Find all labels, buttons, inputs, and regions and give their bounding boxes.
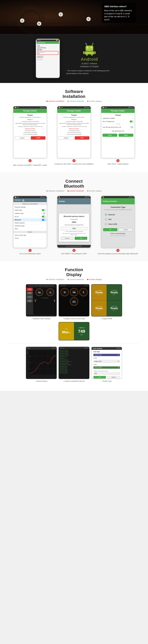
app-name-3: Torque: [103, 114, 133, 116]
gauges-grid: °C 75 Revs 755 mph 0 Bar 213: [59, 287, 89, 307]
gauge-2: Revs 755: [70, 288, 78, 296]
ss-buttons-2: Cancel Next: [59, 136, 89, 140]
conn-ok-btn[interactable]: OK: [103, 228, 117, 231]
bluetooth-option-label: Bluetooth: [108, 214, 115, 216]
run-background-toggle[interactable]: [130, 120, 133, 122]
toggle-2[interactable]: [130, 126, 133, 128]
function-screenshots-top: TORQUE Engine Management Diagnostics and…: [9, 284, 139, 320]
function-row-2: 力力 Max.- 引擎RPM 749 rpm: [9, 322, 139, 340]
airplane-toggle[interactable]: [42, 212, 45, 214]
bt-dialog-status: 📶 59% 9:00: [57, 196, 91, 198]
mobile-networks-item[interactable]: Mobile networks: [13, 222, 47, 224]
done-btn-3[interactable]: Done: [103, 134, 117, 137]
this-app-text: This app: [103, 123, 133, 124]
conn-type-content: Connection Type Choose the connection Bl…: [101, 204, 135, 238]
cancel-btn-1[interactable]: Cancel: [15, 136, 30, 140]
chart-type-select-row[interactable]: Scatter Chart ▼: [92, 353, 121, 357]
bt-ss-body-1: WIRELESS & NETWORKS Roaming Settings Mob…: [13, 202, 47, 244]
android-info-panel: Android ELM327 software Installation & D…: [66, 42, 113, 75]
chart-cancel-btn[interactable]: Cancel: [107, 376, 120, 378]
roaming-item[interactable]: Roaming Settings: [13, 206, 47, 208]
status-brand: HUAWEI: [37, 40, 41, 41]
android-section: HUAWEI 📶 🔋 About phone RAM 1 GB Phone st…: [0, 34, 148, 83]
fn-step-dot-inactive-2: [67, 279, 69, 280]
interval-value[interactable]: 1000: [93, 372, 120, 375]
fault-codes-btn[interactable]: Fault Codes: [27, 288, 33, 291]
test-btn[interactable]: Test Result: [27, 300, 33, 302]
step-software-link: software installation: [46, 100, 64, 102]
svg-rect-13: [85, 51, 94, 54]
step-bluetooth-label: connect bluetooth: [69, 100, 84, 102]
wlan-toggle[interactable]: [42, 216, 45, 218]
step-dot-active: [46, 100, 48, 102]
home-screen-item[interactable]: Home screen style: [13, 234, 47, 237]
build-label: Build number: [37, 59, 58, 60]
bt-radio-wifi[interactable]: WiFi: [103, 217, 133, 222]
chart-settings-screen: Chart Settings 4:08 PM Chart Type Scatte…: [91, 347, 122, 379]
y-axis-select[interactable]: Speed (OBD) ▼: [92, 366, 121, 369]
fn-step-software-link: software installation: [46, 278, 64, 280]
settings-tabs: General All: [13, 198, 47, 202]
gauges-app-screen: ● Connected 5:02 PM °C 75 Revs 755 mph 0: [59, 284, 89, 316]
ss-header-2: Package installer: [57, 108, 91, 113]
x-axis-select[interactable]: Engine RPM ▼: [92, 360, 121, 363]
more-item[interactable]: More...: [13, 227, 47, 230]
fn-step-bluetooth-label: connect bluetooth: [69, 278, 84, 280]
bt-caption-1: Turn on the Bluetooth switch: [9, 252, 51, 255]
software-steps-nav: software installation connect bluetooth …: [9, 100, 139, 102]
bt-radio-usb[interactable]: Wired (USB): [103, 222, 133, 226]
system-version-value: Version 4.4: [37, 56, 58, 58]
pairing-ok-btn[interactable]: OK: [75, 237, 87, 240]
networked-apps-item[interactable]: Networked apps: [13, 224, 47, 227]
step-function-label: function display: [89, 100, 102, 102]
temp-gauge: °C 75: [46, 288, 54, 296]
device-header: DEVICE: [13, 231, 47, 233]
pin-checkbox[interactable]: ☐ Pin contains letters or symbols: [61, 231, 87, 232]
conn-cancel-btn[interactable]: Cancel: [119, 228, 133, 231]
bt-radio-bluetooth[interactable]: Bluetooth: [103, 212, 133, 217]
phone-header: About phone: [37, 41, 59, 44]
next-btn-2[interactable]: Next: [75, 136, 89, 140]
mobile-data-toggle[interactable]: [42, 209, 45, 211]
pairing-cancel-btn[interactable]: Cancel: [61, 237, 73, 240]
bt-step-dot-inactive-1: [46, 190, 48, 192]
chart-ok-btn[interactable]: OK: [93, 376, 106, 378]
svg-line-11: [92, 44, 93, 46]
fn-step-dot-active: [87, 279, 88, 280]
install-btn-1[interactable]: Install: [31, 136, 45, 140]
interval-row: Logging Interval (Milliseconds) 1000: [92, 369, 121, 375]
function-display-section: Function Display software installation c…: [0, 261, 148, 391]
pin-input[interactable]: 1234: [61, 227, 87, 230]
realtime-btn[interactable]: Realtime Info: [27, 292, 33, 294]
mobile-data-item[interactable]: Mobile Data: [13, 208, 47, 212]
bt-step-bluetooth-link: connect bluetooth: [67, 190, 84, 192]
phone-ss-3: 📶 ▲▼ 59% 5:07 Package installer Torque A…: [101, 106, 135, 158]
open-btn-3[interactable]: Open: [119, 134, 133, 137]
ss-body-2: Torque Install this application? It will…: [57, 113, 91, 155]
sound-item[interactable]: Sound: [13, 237, 47, 240]
faster-comm: Faster communication: [103, 233, 133, 234]
bluetooth-toggle[interactable]: [42, 219, 45, 221]
pairing-dialog-box: Bluetooth pairing request To pair with: …: [59, 214, 89, 242]
hero-description: Most of the car's OBD interface is locat…: [104, 9, 133, 21]
networks-header: WIRELESS & NETWORKS: [13, 203, 47, 205]
map-btn[interactable]: 🗺: [27, 296, 33, 298]
caption-3: Click 'Done'. Install software: [97, 163, 139, 165]
hero-description-box: OBD interface where? Most of the car's O…: [102, 3, 136, 23]
usb-option-label: Wired (USB): [108, 223, 117, 225]
cancel-btn-2[interactable]: Cancel: [59, 136, 73, 140]
bluetooth-item[interactable]: Bluetooth: [13, 218, 47, 222]
badge-2: 2: [72, 159, 76, 162]
gauges-caption: • Display current sensor data: [59, 318, 89, 320]
wlan-item[interactable]: WLAN: [13, 215, 47, 218]
airplane-item[interactable]: Airplane mode: [13, 212, 47, 215]
connect-bluetooth-section: Connect Bluetooth software installation …: [0, 172, 148, 261]
software-screenshots-row: 📶 ▲▼ 59% 5:01 Package installer Torque I…: [9, 106, 139, 166]
software-screenshot-3: 📶 ▲▼ 59% 5:07 Package installer Torque A…: [97, 106, 139, 165]
phone-ss-1: 📶 ▲▼ 59% 5:01 Package installer Torque I…: [13, 106, 47, 158]
torque-main-ss: TORQUE Engine Management Diagnostics and…: [26, 284, 57, 320]
app-name-1: Torque: [15, 114, 45, 116]
elm-subtitle2: Installation & Display: [66, 65, 113, 68]
bt-badge-3: 3: [116, 249, 119, 252]
bt-step-software-label: software installation: [48, 190, 64, 192]
